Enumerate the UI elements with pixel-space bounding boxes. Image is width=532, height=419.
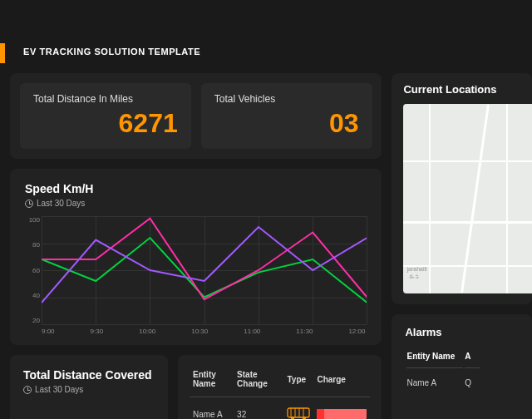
speed-chart-subtitle-text: Last 30 Days <box>37 199 85 208</box>
y-tick: 100 <box>25 216 40 224</box>
stat-vehicles-value: 03 <box>214 108 359 139</box>
cell-name: Name A <box>190 397 234 420</box>
entity-table-card: Entity Name State Change Type Charge Nam… <box>178 355 382 419</box>
alarms-card: Alarms Entity Name A Name A Q <box>392 314 532 419</box>
y-tick: 80 <box>25 241 40 249</box>
chart-area[interactable]: 100 80 60 40 20 <box>42 216 367 324</box>
stat-distance-label: Total Distance In Miles <box>33 93 178 105</box>
stat-vehicles: Total Vehicles 03 <box>201 83 372 149</box>
bottom-row: Total Distance Covered Last 30 Days Enti… <box>10 355 382 419</box>
col-type[interactable]: Type <box>283 365 313 397</box>
col-state-change[interactable]: State Change <box>234 365 283 397</box>
distance-title: Total Distance Covered <box>23 368 155 382</box>
x-tick: 9:30 <box>91 328 104 335</box>
x-axis-labels: 9:00 9:30 10:00 10:30 11:00 11:30 12:00 <box>42 328 367 335</box>
stats-row: Total Distance In Miles 6271 Total Vehic… <box>10 73 382 159</box>
entity-table: Entity Name State Change Type Charge Nam… <box>190 365 370 419</box>
x-tick: 10:00 <box>139 328 155 335</box>
stat-vehicles-label: Total Vehicles <box>214 93 359 105</box>
y-axis-labels: 100 80 60 40 20 <box>25 216 40 324</box>
clock-icon <box>25 200 33 208</box>
alarms-table: Entity Name A Name A Q <box>405 347 481 389</box>
y-tick: 40 <box>25 292 40 299</box>
map-label: jarahalli <box>406 266 426 272</box>
stat-distance-value: 6271 <box>33 108 178 139</box>
speed-chart-title: Speed Km/H <box>25 182 367 195</box>
left-column: Total Distance In Miles 6271 Total Vehic… <box>10 73 382 419</box>
y-tick: 20 <box>25 317 40 324</box>
x-tick: 12:00 <box>348 328 365 335</box>
alarm-cell-name: Name A <box>406 370 463 387</box>
chart-svg <box>42 216 367 324</box>
locations-title: Current Locations <box>403 83 532 96</box>
alarms-title: Alarms <box>405 326 532 338</box>
col-charge[interactable]: Charge <box>313 365 370 397</box>
right-column: Current Locations jarahalli ಹಂತ Alarms E… <box>392 73 532 419</box>
alarm-col-action[interactable]: A <box>465 348 480 368</box>
map[interactable]: jarahalli ಹಂತ <box>403 104 532 293</box>
col-entity-name[interactable]: Entity Name <box>190 365 234 397</box>
cell-state: 32 <box>234 397 283 420</box>
x-tick: 11:30 <box>296 328 313 335</box>
table-row[interactable]: Name A 32 <box>190 397 370 420</box>
locations-card: Current Locations jarahalli ಹಂತ <box>392 73 532 304</box>
clock-icon <box>23 386 32 394</box>
distance-covered-card: Total Distance Covered Last 30 Days <box>10 355 168 419</box>
x-tick: 9:00 <box>42 328 55 335</box>
bus-icon <box>287 407 310 419</box>
alarm-col-name[interactable]: Entity Name <box>406 348 463 368</box>
speed-chart-subtitle: Last 30 Days <box>25 199 367 208</box>
table-row[interactable]: Name A Q <box>406 370 480 387</box>
stat-distance: Total Distance In Miles 6271 <box>20 83 191 149</box>
accent-bar <box>0 43 5 63</box>
x-tick: 11:00 <box>244 328 260 335</box>
main-grid: Total Distance In Miles 6271 Total Vehic… <box>0 73 532 419</box>
map-label: ಹಂತ <box>408 274 420 280</box>
page-title: EV TRACKING SOLUTION TEMPLATE <box>0 0 532 73</box>
distance-subtitle-text: Last 30 Days <box>35 385 83 394</box>
distance-subtitle: Last 30 Days <box>23 385 155 394</box>
y-tick: 60 <box>25 267 40 274</box>
cell-type <box>283 397 313 420</box>
speed-chart-card: Speed Km/H Last 30 Days 100 80 60 40 20 <box>10 169 382 345</box>
x-tick: 10:30 <box>191 328 208 335</box>
cell-charge <box>313 397 370 420</box>
alarm-cell-action: Q <box>465 370 480 387</box>
charge-bar <box>317 409 367 419</box>
